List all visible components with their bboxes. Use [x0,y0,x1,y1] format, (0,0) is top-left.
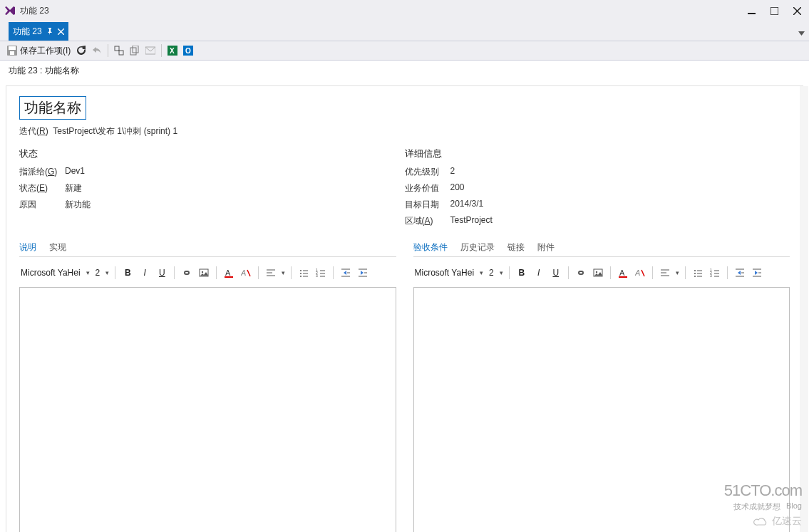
tab-close-icon[interactable] [58,28,64,35]
font-size-select[interactable]: 2 [488,268,495,278]
svg-rect-15 [133,46,138,53]
bullet-list-button[interactable] [297,266,310,279]
rtf-toolbar-left: Microsoft YaHei▾ 2▾ B I U A A ▾ 123 [19,261,396,284]
bold-button[interactable]: B [515,266,528,279]
font-color-button[interactable]: A [222,266,235,279]
tab-links[interactable]: 链接 [507,241,525,254]
chevron-down-icon[interactable]: ▾ [676,269,679,276]
indent-button[interactable] [356,266,369,279]
outdent-button[interactable] [339,266,352,279]
business-value-value[interactable]: 200 [450,182,465,194]
state-row: 状态(E) 新建 [19,182,405,194]
hyperlink-button[interactable] [574,266,587,279]
refresh-button[interactable] [76,46,86,56]
breadcrumb: 功能 23 : 功能名称 [0,61,809,81]
bold-button[interactable]: B [121,266,134,279]
indent-button[interactable] [751,266,763,279]
close-button[interactable] [792,6,802,16]
excel-button[interactable]: X [168,46,177,56]
tab-overflow-dropdown[interactable] [798,28,805,38]
priority-row: 优先级别 2 [405,166,790,178]
outlook-button[interactable]: O [183,46,193,56]
reason-row: 原因 新功能 [19,199,405,211]
maximize-button[interactable] [769,6,779,16]
vertical-scrollbar[interactable] [800,86,808,532]
italic-button[interactable]: I [138,266,151,279]
tab-acceptance[interactable]: 验收条件 [413,241,448,254]
outdent-button[interactable] [733,266,746,279]
svg-rect-2 [771,7,778,15]
description-editor[interactable] [19,287,396,532]
chevron-down-icon[interactable]: ▾ [86,269,90,276]
tab-attachments[interactable]: 附件 [537,241,555,254]
image-button[interactable] [592,266,604,279]
font-color-button[interactable]: A [617,266,629,279]
tab-description[interactable]: 说明 [19,241,36,254]
save-label: 保存工作项(I) [20,45,71,57]
svg-rect-1 [748,13,756,14]
document-tab[interactable]: 功能 23 [9,22,68,41]
clear-format-button[interactable]: A [634,266,646,279]
font-family-select[interactable]: Microsoft YaHei [413,268,476,278]
hyperlink-button[interactable] [180,266,193,279]
chevron-down-icon[interactable]: ▾ [105,269,109,276]
svg-text:3: 3 [316,273,318,278]
mail-button[interactable] [145,46,155,56]
priority-value[interactable]: 2 [450,166,455,178]
number-list-button[interactable]: 123 [314,266,327,279]
chevron-down-icon[interactable]: ▾ [480,269,483,276]
svg-rect-53 [619,276,627,278]
link-button[interactable] [114,46,124,56]
iteration-row: 迭代(R) TestProject\发布 1\冲刺 (sprint) 1 [19,125,790,137]
reason-value[interactable]: 新功能 [65,199,91,211]
business-value-row: 业务价值 200 [405,182,790,194]
number-list-button[interactable]: 123 [708,266,721,279]
undo-button[interactable] [92,46,102,56]
svg-point-32 [300,273,302,274]
acceptance-editor[interactable] [413,287,790,532]
work-item-surface: 功能名称 迭代(R) TestProject\发布 1\冲刺 (sprint) … [6,85,803,532]
svg-rect-10 [10,51,14,55]
underline-button[interactable]: U [550,266,562,279]
tab-history[interactable]: 历史记录 [460,241,495,254]
title-bar: 功能 23 [0,0,809,21]
work-item-toolbar: 保存工作项(I) X O [0,41,809,61]
window-controls [746,6,805,16]
assigned-to-value[interactable]: Dev1 [65,166,85,178]
target-date-row: 目标日期 2014/3/1 [405,199,790,211]
minimize-button[interactable] [746,6,756,16]
pin-icon[interactable] [46,28,53,35]
svg-line-26 [247,270,250,276]
italic-button[interactable]: I [532,266,545,279]
clear-format-button[interactable]: A [239,266,252,279]
toolbar-separator [161,44,162,57]
area-value[interactable]: TestProject [450,215,493,227]
target-date-value[interactable]: 2014/3/1 [450,199,484,211]
image-button[interactable] [197,266,210,279]
state-value[interactable]: 新建 [65,182,82,194]
save-button[interactable]: 保存工作项(I) [7,45,71,57]
right-subtabs: 验收条件 历史记录 链接 附件 [413,241,790,257]
bullet-list-button[interactable] [691,266,704,279]
underline-button[interactable]: U [155,266,168,279]
assigned-to-row: 指派给(G) Dev1 [19,166,405,178]
svg-text:X: X [170,47,175,55]
chevron-down-icon[interactable]: ▾ [282,269,285,276]
font-family-select[interactable]: Microsoft YaHei [19,268,82,278]
svg-point-61 [694,273,696,274]
chevron-down-icon[interactable]: ▾ [500,269,503,276]
svg-marker-0 [5,6,15,15]
svg-marker-75 [755,271,758,275]
iteration-path[interactable]: TestProject\发布 1\冲刺 (sprint) 1 [53,126,177,136]
work-item-title-text: 功能名称 [24,100,81,115]
align-button[interactable] [659,266,671,279]
copy-button[interactable] [130,46,140,56]
font-size-select[interactable]: 2 [94,268,102,278]
rtf-toolbar-right: Microsoft YaHei▾ 2▾ B I U A A ▾ 123 [413,261,790,284]
svg-marker-7 [798,31,805,36]
window-title: 功能 23 [20,5,49,17]
tab-implementation[interactable]: 实现 [49,241,66,254]
work-item-title-input[interactable]: 功能名称 [19,96,86,120]
align-button[interactable] [264,266,277,279]
svg-marker-42 [344,271,346,275]
